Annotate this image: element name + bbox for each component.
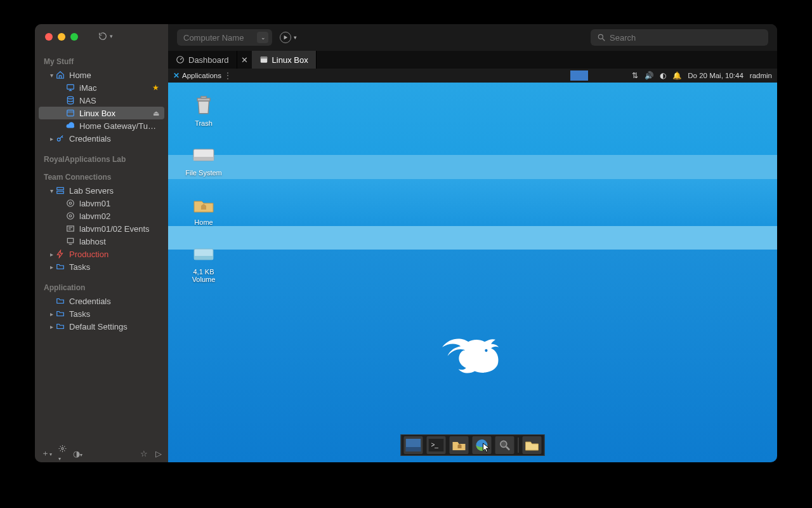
sidebar-item-label: Home Gateway/Tunnel	[79, 121, 160, 131]
sidebar-item-gateway[interactable]: Home Gateway/Tunnel	[39, 119, 164, 132]
volume-icon[interactable]: 🔊	[645, 71, 653, 80]
folder-icon	[55, 262, 65, 272]
vm-icon	[65, 211, 75, 221]
svg-point-13	[62, 448, 63, 450]
sidebar-item-label: labvm01	[79, 199, 160, 208]
sidebar-item-labhost[interactable]: labhost	[39, 235, 164, 248]
svg-point-26	[485, 349, 487, 352]
dock-terminal[interactable]: >_	[427, 436, 446, 454]
sidebar-item-labvm-events[interactable]: labvm01/02 Events	[39, 222, 164, 235]
add-button[interactable]: ＋▾	[41, 448, 52, 459]
sidebar-item-labservers[interactable]: ▾ Lab Servers	[39, 184, 164, 197]
chevron-down-icon: ▾	[48, 187, 55, 194]
dock-show-desktop[interactable]	[404, 436, 423, 454]
sidebar-item-label: Default Settings	[69, 322, 160, 331]
clock[interactable]: Do 20 Mai, 10:44	[688, 72, 743, 79]
home-folder-icon	[192, 193, 215, 216]
desktop-icon-label: Trash	[195, 119, 213, 127]
tab-close[interactable]: ✕	[237, 51, 252, 69]
sidebar-item-production[interactable]: ▸ Production	[39, 248, 164, 260]
play-button[interactable]: ▷	[155, 449, 162, 458]
database-icon	[65, 95, 75, 105]
section-team: Team Connections	[35, 166, 168, 184]
network-icon[interactable]: ⇅	[632, 71, 638, 80]
dock-web-browser[interactable]	[473, 436, 492, 454]
sidebar-item-label: Linux Box	[79, 109, 160, 118]
dock-file-manager[interactable]	[450, 436, 469, 454]
section-application: Application	[35, 277, 168, 295]
settings-button[interactable]: ▾	[58, 444, 67, 462]
navigate-button[interactable]: ◑▾	[73, 449, 82, 458]
svg-rect-5	[57, 187, 64, 190]
svg-rect-25	[194, 256, 213, 260]
remote-desktop-icons: Trash File System Home 4,1 KB Volume	[181, 94, 226, 283]
svg-rect-0	[67, 84, 74, 89]
minimize-window-button[interactable]	[58, 33, 65, 41]
sidebar-item-imac[interactable]: iMac ★	[39, 81, 164, 94]
power-icon[interactable]: ◐	[660, 71, 666, 80]
section-lab: RoyalApplications Lab	[35, 149, 168, 166]
sidebar-item-nas[interactable]: NAS	[39, 94, 164, 107]
main-area: Computer Name ⌄ ▾ Search Dashboard ✕ Lin…	[168, 24, 777, 462]
sidebar-item-credentials[interactable]: ▸ Credentials	[39, 132, 164, 145]
events-icon	[65, 224, 75, 234]
svg-rect-2	[67, 110, 74, 116]
reload-dropdown[interactable]: ▾	[98, 32, 113, 41]
connect-dropdown[interactable]: ▾	[280, 32, 297, 43]
tab-linuxbox[interactable]: Linux Box	[252, 51, 317, 69]
sidebar-item-label: Credentials	[69, 134, 160, 144]
computer-name-combo[interactable]: Computer Name ⌄	[177, 29, 272, 46]
sidebar-item-home[interactable]: ▾ Home	[39, 69, 164, 81]
svg-rect-6	[57, 191, 64, 194]
dock-appfinder[interactable]	[495, 436, 514, 454]
notifications-icon[interactable]: 🔔	[672, 71, 681, 80]
sidebar-item-label: labhost	[79, 237, 160, 246]
sidebar-item-labvm02[interactable]: labvm02	[39, 210, 164, 222]
bolt-icon	[55, 249, 65, 259]
tab-label: Dashboard	[188, 55, 229, 65]
search-icon	[597, 33, 606, 42]
sidebar-item-app-credentials[interactable]: Credentials	[39, 295, 164, 307]
sidebar-item-label: Lab Servers	[69, 186, 160, 196]
zoom-window-button[interactable]	[70, 33, 78, 41]
remote-session-viewport[interactable]: ✕ Applications ⋮ ⇅ 🔊 ◐ 🔔 Do 20 Mai, 10:4…	[168, 69, 777, 462]
desktop-icon-home[interactable]: Home	[181, 193, 226, 226]
applications-menu[interactable]: ✕ Applications ⋮	[173, 71, 232, 80]
close-window-button[interactable]	[45, 33, 53, 41]
chevron-right-icon: ▸	[48, 251, 55, 258]
star-icon: ★	[152, 83, 159, 92]
sidebar-item-app-tasks[interactable]: ▸ Tasks	[39, 307, 164, 320]
sidebar-item-tasks[interactable]: ▸ Tasks	[39, 260, 164, 273]
desktop-icon-trash[interactable]: Trash	[181, 94, 226, 127]
tab-dashboard[interactable]: Dashboard	[168, 51, 237, 69]
sidebar-item-labvm01[interactable]: labvm01	[39, 197, 164, 210]
sidebar-item-label: Credentials	[69, 297, 160, 306]
sidebar-item-label: NAS	[79, 96, 160, 105]
sidebar-item-default-settings[interactable]: ▸ Default Settings	[39, 320, 164, 333]
desktop-icon-volume[interactable]: 4,1 KB Volume	[181, 243, 226, 283]
desktop-icon-filesystem[interactable]: File System	[181, 144, 226, 177]
sidebar-item-linuxbox[interactable]: Linux Box ⏏	[39, 107, 164, 119]
user-label[interactable]: radmin	[750, 72, 772, 79]
remote-top-panel[interactable]: ✕ Applications ⋮ ⇅ 🔊 ◐ 🔔 Do 20 Mai, 10:4…	[168, 69, 777, 83]
folder-icon	[55, 296, 65, 306]
host-icon	[65, 236, 75, 246]
key-icon	[55, 133, 65, 144]
taskbar-active-window[interactable]	[570, 70, 588, 81]
chevron-updown-icon: ⌄	[261, 34, 266, 41]
sidebar-item-label: labvm02	[79, 211, 160, 221]
svg-point-4	[57, 138, 60, 141]
search-field[interactable]: Search	[591, 29, 768, 46]
chevron-right-icon: ▸	[48, 135, 55, 142]
dock-directory[interactable]	[523, 436, 542, 454]
chevron-right-icon: ▸	[48, 264, 55, 271]
sidebar: ▾ My Stuff ▾ Home iMac ★ NAS	[35, 24, 168, 462]
eject-icon[interactable]: ⏏	[153, 109, 159, 117]
monitor-icon	[65, 83, 75, 93]
svg-point-8	[69, 202, 72, 204]
svg-rect-19	[260, 57, 267, 58]
sidebar-item-label: iMac	[79, 83, 160, 93]
servers-icon	[55, 185, 65, 196]
favorite-button[interactable]: ☆	[140, 449, 148, 458]
svg-line-15	[603, 39, 605, 41]
